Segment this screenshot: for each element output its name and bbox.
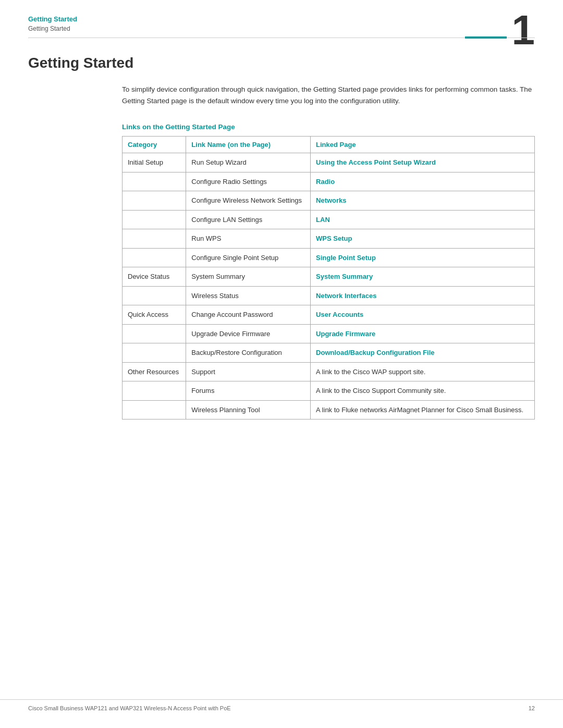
col-header-linked-page: Linked Page (311, 137, 535, 153)
cell-category: Device Status (123, 267, 186, 287)
page-wrapper: Getting Started Getting Started 1 Gettin… (0, 0, 563, 728)
cell-category (123, 172, 186, 191)
table-row: Configure Radio SettingsRadio (123, 172, 535, 191)
col-header-category: Category (123, 137, 186, 153)
col-header-link-name: Link Name (on the Page) (186, 137, 311, 153)
main-content: Getting Started To simplify device confi… (0, 38, 563, 451)
cell-linked-page: A link to the Cisco Support Community si… (311, 381, 535, 401)
table-row: Wireless Planning ToolA link to Fluke ne… (123, 400, 535, 419)
header-accent-bar (465, 36, 507, 39)
chapter-label: Getting Started (28, 15, 77, 23)
header-divider (28, 38, 535, 38)
cell-link-name: Configure Single Point Setup (186, 248, 311, 267)
cell-link-name: Configure Wireless Network Settings (186, 191, 311, 211)
cell-category (123, 286, 186, 305)
cell-linked-page: A link to the Cisco WAP support site. (311, 362, 535, 381)
links-table: Category Link Name (on the Page) Linked … (122, 136, 535, 419)
cell-link-name: Configure Radio Settings (186, 172, 311, 191)
cell-category: Other Resources (123, 362, 186, 381)
cell-link-name: Run WPS (186, 229, 311, 249)
cell-category (123, 210, 186, 229)
cell-category: Initial Setup (123, 153, 186, 172)
footer-page-number: 12 (529, 705, 535, 711)
footer-content: Cisco Small Business WAP121 and WAP321 W… (28, 705, 535, 711)
table-row: Other ResourcesSupportA link to the Cisc… (123, 362, 535, 381)
cell-link-name: System Summary (186, 267, 311, 287)
page-header: Getting Started Getting Started 1 (0, 0, 563, 38)
cell-linked-page: A link to Fluke networks AirMagnet Plann… (311, 400, 535, 419)
table-row: Run WPSWPS Setup (123, 229, 535, 249)
cell-link-name: Upgrade Device Firmware (186, 324, 311, 343)
cell-category (123, 324, 186, 343)
intro-paragraph: To simplify device configuration through… (122, 84, 535, 106)
table-row: Upgrade Device FirmwareUpgrade Firmware (123, 324, 535, 343)
cell-category (123, 191, 186, 211)
footer-left-text: Cisco Small Business WAP121 and WAP321 W… (28, 705, 231, 711)
table-row: Initial SetupRun Setup WizardUsing the A… (123, 153, 535, 172)
table-header-row: Category Link Name (on the Page) Linked … (123, 137, 535, 153)
table-row: Wireless StatusNetwork Interfaces (123, 286, 535, 305)
cell-category (123, 229, 186, 249)
cell-linked-page[interactable]: Using the Access Point Setup Wizard (311, 153, 535, 172)
cell-linked-page[interactable]: User Accounts (311, 305, 535, 325)
page-footer: Cisco Small Business WAP121 and WAP321 W… (0, 699, 563, 711)
cell-category (123, 248, 186, 267)
table-row: Quick AccessChange Account PasswordUser … (123, 305, 535, 325)
cell-category (123, 381, 186, 401)
cell-linked-page[interactable]: Radio (311, 172, 535, 191)
page-title: Getting Started (28, 55, 535, 71)
cell-link-name: Forums (186, 381, 311, 401)
table-title: Links on the Getting Started Page (122, 123, 535, 131)
chapter-number: 1 (512, 9, 535, 51)
cell-category (123, 400, 186, 419)
table-row: Configure Single Point SetupSingle Point… (123, 248, 535, 267)
cell-linked-page[interactable]: LAN (311, 210, 535, 229)
cell-linked-page[interactable]: WPS Setup (311, 229, 535, 249)
table-row: Configure LAN SettingsLAN (123, 210, 535, 229)
cell-linked-page[interactable]: Single Point Setup (311, 248, 535, 267)
table-row: Device StatusSystem SummarySystem Summar… (123, 267, 535, 287)
cell-linked-page[interactable]: System Summary (311, 267, 535, 287)
table-row: ForumsA link to the Cisco Support Commun… (123, 381, 535, 401)
cell-link-name: Run Setup Wizard (186, 153, 311, 172)
cell-link-name: Configure LAN Settings (186, 210, 311, 229)
cell-linked-page[interactable]: Download/Backup Configuration File (311, 343, 535, 363)
header-rule-container (28, 38, 535, 38)
cell-link-name: Backup/Restore Configuration (186, 343, 311, 363)
cell-link-name: Change Account Password (186, 305, 311, 325)
cell-linked-page[interactable]: Networks (311, 191, 535, 211)
cell-category: Quick Access (123, 305, 186, 325)
cell-linked-page[interactable]: Upgrade Firmware (311, 324, 535, 343)
cell-link-name: Wireless Status (186, 286, 311, 305)
chapter-sub: Getting Started (28, 25, 70, 32)
cell-category (123, 343, 186, 363)
cell-link-name: Wireless Planning Tool (186, 400, 311, 419)
cell-linked-page[interactable]: Network Interfaces (311, 286, 535, 305)
table-row: Backup/Restore ConfigurationDownload/Bac… (123, 343, 535, 363)
cell-link-name: Support (186, 362, 311, 381)
table-section: Links on the Getting Started Page Catego… (122, 123, 535, 419)
table-row: Configure Wireless Network SettingsNetwo… (123, 191, 535, 211)
